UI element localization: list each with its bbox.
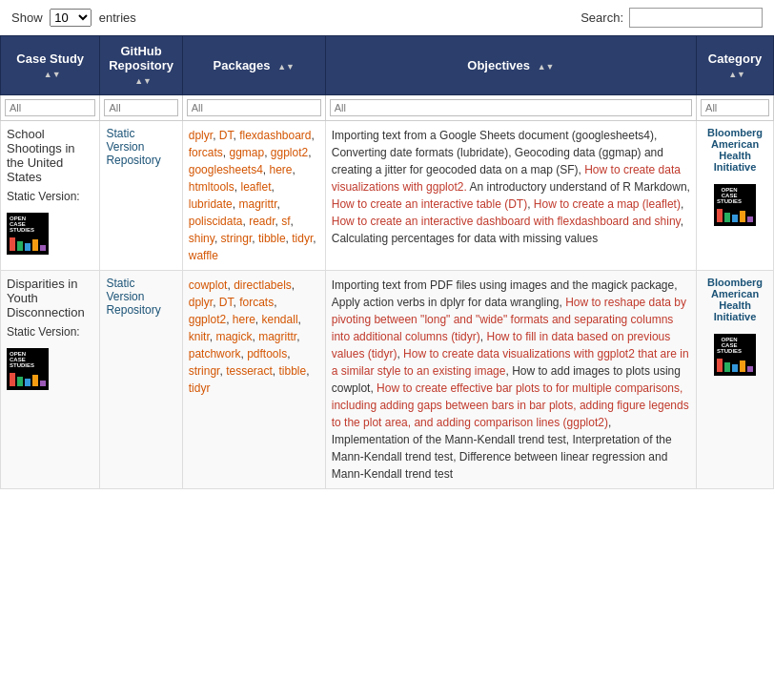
package-name: leaflet	[240, 180, 271, 194]
table-filter-row	[1, 95, 774, 121]
objective-text: ,	[681, 197, 683, 211]
header-packages[interactable]: Packages ▲▼	[182, 36, 325, 95]
logo-text: OPENCASESTUDIES	[10, 351, 34, 368]
package-name: magick	[215, 330, 252, 343]
filter-category-input[interactable]	[701, 99, 769, 116]
filter-packages-input[interactable]	[187, 99, 321, 116]
header-category-label: Category	[708, 51, 762, 66]
logo-container: OPENCASESTUDIES	[7, 207, 93, 257]
logo-bar	[17, 241, 23, 251]
filter-case-study-input[interactable]	[5, 99, 95, 116]
table-body: School Shootings in the United States St…	[1, 121, 774, 489]
objectives-cell: Importing text from a Google Sheets docu…	[325, 121, 696, 271]
case-study-cell: School Shootings in the United States St…	[1, 121, 100, 271]
search-box: Search:	[580, 8, 763, 28]
table-row: Disparities in Youth Disconnection Stati…	[1, 271, 774, 489]
filter-category	[697, 95, 774, 121]
github-link[interactable]: Static Version Repository	[106, 127, 160, 167]
package-name: cowplot	[189, 278, 228, 292]
category-cell: Bloomberg American Health Initiative OPE…	[697, 271, 774, 489]
objective-link[interactable]: How to create an interactive dashboard w…	[332, 215, 681, 228]
table-header-row: Case Study ▲▼ GitHubRepository ▲▼ Packag…	[1, 36, 774, 95]
objectives-cell: Importing text from PDF files using imag…	[325, 271, 696, 489]
entries-select[interactable]: 10 25 50 100	[50, 9, 92, 27]
package-name: tesseract	[226, 364, 273, 378]
logo-bar	[25, 379, 31, 386]
logo-bar	[25, 243, 31, 251]
header-case-study[interactable]: Case Study ▲▼	[1, 36, 100, 95]
category-cell: Bloomberg American Health Initiative OPE…	[697, 121, 774, 271]
objective-link[interactable]: How to create a map (leaflet)	[534, 197, 681, 211]
package-name: ggplot2	[189, 313, 226, 326]
case-title: School Shootings in the United States	[7, 127, 93, 184]
logo-bar	[740, 360, 745, 372]
sort-arrows-github: ▲▼	[134, 76, 152, 86]
logo-bar	[32, 239, 38, 251]
package-name: lubridate	[189, 197, 233, 211]
logo-bar	[740, 211, 745, 222]
entries-control: Show 10 25 50 100 entries	[11, 9, 136, 27]
package-name: readr	[249, 215, 275, 228]
search-label: Search:	[580, 10, 623, 25]
package-name: kendall	[262, 313, 298, 326]
header-github[interactable]: GitHubRepository ▲▼	[100, 36, 182, 95]
objective-link[interactable]: How to create an interactive table (DT)	[332, 197, 527, 211]
package-name: DT	[219, 296, 234, 309]
package-name: tidyr	[189, 381, 211, 395]
package-name: forcats	[239, 296, 274, 309]
search-input[interactable]	[629, 8, 763, 28]
package-name: dplyr	[189, 129, 213, 142]
filter-objectives-input[interactable]	[330, 99, 692, 116]
sort-arrows-objectives: ▲▼	[538, 62, 555, 72]
logo-bar	[40, 245, 46, 251]
header-objectives[interactable]: Objectives ▲▼	[325, 36, 696, 95]
category-logo-text: OPENCASESTUDIES	[717, 337, 742, 354]
package-name: flexdashboard	[239, 129, 311, 142]
package-name: poliscidata	[189, 215, 243, 228]
header-objectives-label: Objectives	[467, 58, 530, 72]
logo-bar	[10, 237, 15, 251]
package-name: tibble	[258, 232, 286, 245]
logo-bar	[732, 215, 738, 222]
header-packages-label: Packages	[214, 58, 271, 72]
logo-container: OPENCASESTUDIES	[7, 342, 93, 393]
logo-bar	[747, 216, 753, 222]
package-name: tidyr	[292, 232, 313, 245]
logo-bar	[724, 362, 730, 372]
logo-bar	[17, 377, 23, 386]
logo-bar	[717, 359, 723, 372]
category-logo-bars	[717, 355, 753, 372]
github-link[interactable]: Static Version Repository	[106, 277, 160, 317]
github-cell: Static Version Repository	[100, 121, 182, 271]
header-case-study-label: Case Study	[16, 51, 84, 66]
logo-box: OPENCASESTUDIES	[7, 348, 49, 390]
package-name: magrittr	[258, 330, 296, 343]
github-cell: Static Version Repository	[100, 271, 182, 489]
filter-github-input[interactable]	[104, 99, 177, 116]
logo-bar	[717, 209, 723, 222]
show-label: Show	[11, 10, 43, 25]
package-name: patchwork	[189, 347, 241, 360]
filter-github	[100, 95, 182, 121]
logo-bar	[747, 366, 753, 372]
category-logo-bars	[717, 205, 753, 222]
case-study-cell: Disparities in Youth Disconnection Stati…	[1, 271, 100, 489]
case-title: Disparities in Youth Disconnection	[7, 277, 93, 319]
logo-bars	[10, 369, 46, 386]
package-name: tibble	[278, 364, 306, 378]
packages-cell: dplyr, DT, flexdashboard, forcats, ggmap…	[182, 121, 325, 271]
entries-label: entries	[99, 10, 136, 25]
logo-bars	[10, 234, 46, 251]
package-name: knitr	[189, 330, 210, 343]
package-name: forcats	[189, 146, 223, 159]
package-name: DT	[219, 129, 234, 142]
category-name: Bloomberg American Health Initiative	[703, 277, 767, 322]
logo-box: OPENCASESTUDIES	[7, 213, 49, 255]
table-row: School Shootings in the United States St…	[1, 121, 774, 271]
category-logo-text: OPENCASESTUDIES	[717, 187, 742, 204]
package-name: magrittr	[238, 197, 276, 211]
header-category[interactable]: Category ▲▼	[697, 36, 774, 95]
objective-link[interactable]: How to create effective bar plots to for…	[332, 381, 689, 429]
package-name: googlesheets4	[189, 163, 263, 176]
package-name: ggmap	[229, 146, 264, 159]
